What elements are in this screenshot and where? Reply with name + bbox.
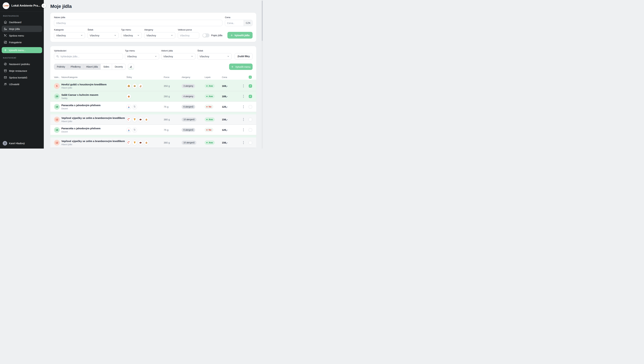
row-menu-button[interactable] [242, 104, 244, 109]
chevron-down-icon [155, 55, 157, 58]
row-checkbox[interactable]: ✓ [249, 84, 252, 88]
filter-alergeny-select[interactable]: Všechny [144, 32, 175, 38]
row-menu-button[interactable] [242, 140, 244, 145]
row-menu-button[interactable] [242, 128, 244, 132]
gluten-cell: Ano [204, 94, 222, 98]
row-checkbox[interactable]: ✓ [249, 95, 252, 98]
tab-dezerty[interactable]: Dezerty [112, 64, 126, 70]
sidebar-create-menu-button[interactable]: Vytvořit menu... [2, 47, 42, 53]
filter-typ-menu-field: Typ menuVšechny [121, 28, 142, 38]
tab-pol-vky[interactable]: Polévky [54, 64, 68, 70]
pizza-tag-icon [132, 140, 137, 145]
dish-description-toggle[interactable] [202, 33, 210, 38]
sidebar-item-label: Moje jídla [9, 28, 20, 30]
sidebar-item-u-ivatel[interactable]: Uživatelé [2, 81, 42, 87]
category-tab-group: PolévkyPředkrmyHlavní jídlaSidesDezerty [54, 64, 126, 70]
create-menu-button[interactable]: Vytvořit menu [229, 64, 252, 70]
portion-value: 380 g [164, 141, 182, 144]
row-checkbox[interactable] [249, 128, 252, 132]
gluten-cell: Ne [204, 128, 222, 132]
tab-hlavn-j-dla[interactable]: Hlavní jídla [84, 64, 100, 70]
table-row: 5Hovězí guláš s houskovým knedlíkemHlavn… [50, 81, 256, 91]
sidebar-collapse-button[interactable]: ‹ [42, 4, 46, 8]
table-row: 16Panacotta s jahodovým přelivemDezert75… [50, 102, 256, 112]
search-input[interactable] [60, 55, 121, 58]
dish-name: Vepřové výpečky se zelím a bramborovým k… [62, 116, 126, 120]
sidebar-item-spr-va-kontakt[interactable]: Správa kontaktů [2, 74, 42, 81]
tab-sides[interactable]: Sides [100, 64, 112, 70]
kebab-dot [243, 108, 244, 108]
main-content: Moje jídla Název jídla Cena CZK Kategori… [44, 0, 263, 148]
kebab-dot [243, 105, 244, 106]
dish-name: Panacotta s jahodovým přelivem [62, 127, 126, 130]
column-header-lepek: Lepek [204, 76, 222, 78]
filter-kategorie-select[interactable]: Všechny [54, 32, 85, 38]
row-checkbox[interactable] [249, 141, 252, 144]
price-label: Cena [225, 16, 252, 18]
burger-tag-icon [126, 84, 131, 88]
dish-category: Hlavní jídlo [62, 120, 126, 122]
portion-size-input[interactable] [180, 34, 197, 37]
select-value: Všechny [123, 34, 133, 37]
image-icon [4, 40, 7, 44]
filter-alergeny-label: Alergeny [144, 28, 175, 31]
list-filter-t-tek-label: Štítek [198, 50, 232, 52]
create-dish-button[interactable]: Vytvořit jídlo [228, 32, 252, 38]
allergens-badge: 3 alergeny [182, 84, 195, 88]
restaurant-name: Lokál Ambiente Pra... [12, 4, 40, 8]
plus-icon [230, 34, 233, 36]
scrollbar-thumb[interactable] [262, 1, 263, 41]
price-input[interactable] [225, 20, 244, 26]
list-filter-typ-menu-field: Typ menuVšechny [125, 50, 159, 60]
kebab-dot [243, 84, 244, 85]
table-row: 12Vepřové výpečky se zelím a bramborovým… [50, 138, 256, 148]
gluten-status-badge: Ano [204, 84, 215, 88]
compass-icon [4, 62, 7, 66]
gluten-status-label: Ano [209, 141, 213, 144]
allergens-cell: 6 alergenů [182, 105, 204, 109]
sidebar-item-moje-j-dla[interactable]: Moje jídla [2, 26, 42, 32]
dish-tags [126, 128, 164, 132]
column-header-alergeny: Alergeny [182, 76, 204, 78]
kebab-dot [243, 106, 244, 107]
scrollbar[interactable] [262, 0, 263, 148]
sidebar-item-moje-restaurace[interactable]: Moje restaurace [2, 68, 42, 74]
list-filter-typ-menu-select[interactable]: Všechny [125, 53, 159, 60]
dish-category: Dezert [62, 130, 126, 133]
sidebar-item-nastaven-podniku[interactable]: Nastavení podniku [2, 61, 42, 67]
sidebar-item-fotogalerie[interactable]: Fotogalerie [2, 39, 42, 46]
row-menu-button[interactable] [242, 117, 244, 122]
tab-p-edkrmy[interactable]: Předkrmy [68, 64, 84, 70]
filter-typ-menu-select[interactable]: Všechny [121, 32, 142, 38]
list-filter-aktivn-j-dla-select[interactable]: Všechny [161, 53, 196, 60]
sidebar-item-spr-va-menu[interactable]: Správa menu [2, 32, 42, 39]
row-menu-button[interactable] [242, 94, 244, 98]
column-header-t-tky: Štítky [126, 76, 164, 78]
row-checkbox[interactable] [249, 105, 252, 108]
user-menu[interactable]: Karel Hladový [0, 139, 44, 148]
sidebar-item-label: Správa kontaktů [9, 76, 27, 79]
clear-filters-button[interactable]: Zrušit filtry [234, 53, 252, 60]
dessert-tag-icon [126, 128, 131, 132]
gluten-status-label: Ne [209, 106, 212, 108]
column-header-cena: Cena [222, 76, 238, 78]
column-header-n-zev-kategorie: Název/Kategorie [62, 76, 126, 78]
kebab-dot [243, 130, 244, 131]
row-checkbox[interactable] [249, 118, 252, 121]
filter-kategorie-field: KategorieVšechny [54, 28, 85, 38]
row-menu-button[interactable] [242, 84, 244, 88]
filter-t-tek-select[interactable]: Všechny [88, 32, 118, 38]
dish-name-input[interactable] [56, 22, 220, 24]
nav-section-label: NASTAVENÍ [0, 54, 44, 60]
avatar [3, 141, 7, 146]
edit-categories-button[interactable] [128, 64, 134, 70]
list-filter-t-tek-select[interactable]: Všechny [198, 53, 232, 60]
sidebar-item-dashboard[interactable]: Dashboard [2, 19, 42, 25]
dish-name-cell: Salát Caesar s kuřecím masemSaláty [62, 94, 126, 100]
dish-name-cell: Panacotta s jahodovým přelivemDezert [62, 104, 126, 110]
kebab-dot [243, 95, 244, 96]
status-dot [206, 119, 208, 120]
select-all-checkbox[interactable] [249, 76, 252, 79]
kebab-dot [243, 128, 244, 129]
cook-count-badge: 16 [54, 127, 60, 133]
